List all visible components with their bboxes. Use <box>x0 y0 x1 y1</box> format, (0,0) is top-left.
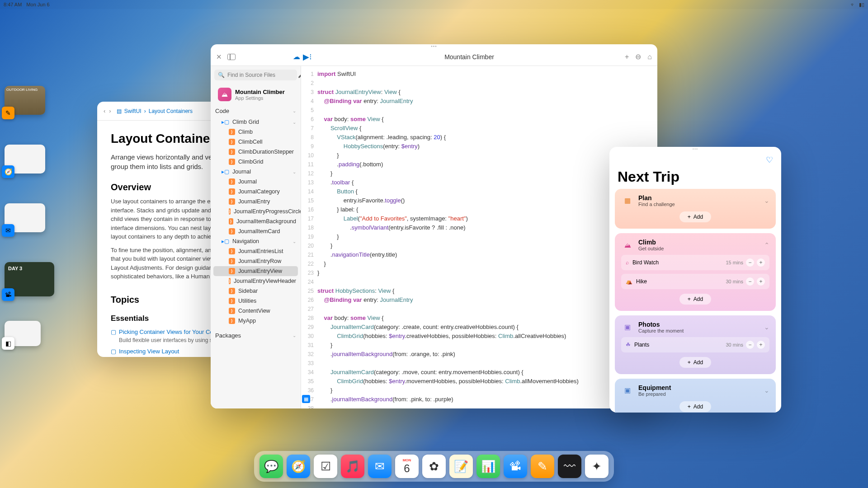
card-equipment: ▣ Equipment Be prepared ⌄ +Add <box>615 379 776 413</box>
battery-icon[interactable]: ▮▯ <box>859 2 864 8</box>
increment-button[interactable]: + <box>757 277 765 286</box>
tree-folder-climbgrid[interactable]: ▸▢Climb Grid⌄ <box>211 117 301 127</box>
increment-button[interactable]: + <box>757 341 765 349</box>
tree-file[interactable]: ⟩JournalItemBackground <box>211 216 301 226</box>
decrement-button[interactable]: − <box>746 258 754 267</box>
card-title: Photos <box>638 321 684 328</box>
dock-icon-safari[interactable]: 🧭 <box>287 455 310 478</box>
tree-file[interactable]: ⟩ContentView <box>211 306 301 316</box>
dock-icon-music[interactable]: 🎵 <box>341 455 364 478</box>
dock-icon-procreate[interactable]: 〰 <box>558 455 581 478</box>
tree-folder-journal[interactable]: ▸▢Journal⌄ <box>211 167 301 177</box>
heart-icon[interactable]: ♡ <box>766 155 773 165</box>
stage-stack-1[interactable]: OUTDOOR LIVING ✎ <box>5 86 45 115</box>
dock-icon-keynote[interactable]: 📽 <box>504 455 527 478</box>
file-navigator: 🔍 🎤 ⛰ Mountain Climber App Settings Code… <box>211 66 301 408</box>
calendar-icon: ▦ <box>621 194 634 207</box>
card-subtitle: Capture the moment <box>638 328 684 333</box>
wifi-icon[interactable]: ᯤ <box>850 2 855 7</box>
swift-icon: ⟩ <box>229 258 235 264</box>
hike-icon: ⛺ <box>626 278 632 285</box>
minimize-button[interactable]: ⊖ <box>635 52 641 61</box>
plus-icon: + <box>688 296 691 302</box>
keynote-icon: 📽 <box>2 288 14 301</box>
tree-file[interactable]: ⟩JournalItemCard <box>211 226 301 236</box>
tree-folder-navigation[interactable]: ▸▢Navigation⌄ <box>211 236 301 246</box>
tree-file[interactable]: ⟩JournalEntryRow <box>211 256 301 266</box>
pages-icon: ✎ <box>2 107 14 119</box>
back-button[interactable]: ‹ <box>104 108 105 114</box>
stage-stack-3[interactable]: ✉ <box>5 203 45 232</box>
library-button[interactable]: ⌂ <box>647 53 652 61</box>
tree-file[interactable]: ⟩MyApp <box>211 316 301 326</box>
card-plan: ▦ Plan Find a challenge ⌄ +Add <box>615 189 776 229</box>
dock-icon-numbers[interactable]: 📊 <box>476 455 500 478</box>
search-field[interactable]: 🔍 🎤 <box>214 70 297 80</box>
add-button[interactable]: +Add <box>679 357 711 368</box>
tree-file[interactable]: ⟩Sidebar <box>211 286 301 296</box>
dock-icon-calendar[interactable]: MON6 <box>395 455 419 478</box>
swift-icon: ⟩ <box>229 268 235 274</box>
dock-icon-messages[interactable]: 💬 <box>259 455 283 478</box>
tree-file[interactable]: ⟩ClimbCell <box>211 137 301 147</box>
code-editor[interactable]: 1234567891011121314151617181920212223242… <box>301 66 657 408</box>
tree-section-code[interactable]: Code⌄ <box>211 105 301 117</box>
tree-file[interactable]: ⟩JournalEntriesList <box>211 246 301 256</box>
decrement-button[interactable]: − <box>746 277 754 286</box>
run-button[interactable]: ▶⁝ <box>303 52 312 62</box>
tree-file[interactable]: ⟩Journal <box>211 177 301 187</box>
stage-stack-5[interactable]: ◧ <box>5 321 41 346</box>
card-title: Equipment <box>638 384 671 391</box>
sidebar-toggle-icon[interactable] <box>227 54 236 60</box>
breadcrumb-item[interactable]: Layout Containers <box>149 108 193 114</box>
dock-icon-reminders[interactable]: ☑ <box>314 455 337 478</box>
tree-section-packages[interactable]: Packages⌄ <box>211 329 301 342</box>
chevron-down-icon[interactable]: ⌄ <box>764 197 769 204</box>
tree-file[interactable]: ⟩Climb <box>211 127 301 137</box>
chevron-down-icon: ⌄ <box>292 169 296 174</box>
stage-stack-2[interactable]: 🧭 <box>5 145 45 174</box>
card-climb: ⛰ Climb Get outside ⌄ ⌕Bird Watch 15 min… <box>615 233 776 311</box>
tree-file[interactable]: ⟩Utilities <box>211 296 301 306</box>
project-sub: App Settings <box>235 95 285 101</box>
add-button[interactable]: + <box>625 53 629 61</box>
close-button[interactable]: ✕ <box>216 53 222 61</box>
forward-button[interactable]: › <box>109 108 111 114</box>
preview-marker[interactable]: ▦ <box>302 395 310 403</box>
app-icon: ◧ <box>2 337 14 350</box>
tree-file[interactable]: ⟩JournalEntryProgressCircle <box>211 206 301 216</box>
cloud-icon[interactable]: ☁︎ <box>293 52 300 61</box>
dock-icon-playgrounds[interactable]: ✦ <box>585 455 609 478</box>
dock-icon-mail[interactable]: ✉ <box>368 455 392 478</box>
code-content[interactable]: import SwiftUI struct JournalEntryView: … <box>317 66 579 408</box>
tree-file[interactable]: ⟩JournalEntryViewHeader <box>211 276 301 286</box>
stage-stack-4[interactable]: DAY 3 📽 <box>5 262 54 296</box>
chevron-up-icon[interactable]: ⌄ <box>764 241 769 249</box>
dock-icon-photos[interactable]: ✿ <box>422 455 446 478</box>
tree-file-selected[interactable]: ⟩JournalEntryView <box>213 266 298 276</box>
line-gutter: 1234567891011121314151617181920212223242… <box>301 66 317 408</box>
dock-icon-pages[interactable]: ✎ <box>531 455 554 478</box>
tree-file[interactable]: ⟩ClimbDurationStepper <box>211 147 301 157</box>
dock-icon-notes[interactable]: 📝 <box>449 455 473 478</box>
decrement-button[interactable]: − <box>746 341 754 349</box>
card-subtitle: Find a challenge <box>638 202 675 207</box>
increment-button[interactable]: + <box>757 258 765 267</box>
search-input[interactable] <box>227 72 295 78</box>
window-drag-handle[interactable]: ••• <box>609 147 781 151</box>
add-button[interactable]: +Add <box>679 211 711 222</box>
mic-icon[interactable]: 🎤 <box>298 72 301 78</box>
add-button[interactable]: +Add <box>679 294 711 305</box>
tree-file[interactable]: ⟩JournalEntry <box>211 197 301 206</box>
chevron-down-icon[interactable]: ⌄ <box>764 387 769 394</box>
breadcrumb-item[interactable]: SwiftUI <box>124 108 142 114</box>
card-subtitle: Get outside <box>638 246 664 251</box>
tree-file[interactable]: ⟩JournalCategory <box>211 187 301 197</box>
project-name: Mountain Climber <box>235 89 285 95</box>
chevron-down-icon: ⌄ <box>292 108 296 113</box>
add-button[interactable]: +Add <box>679 401 711 412</box>
tree-file[interactable]: ⟩ClimbGrid <box>211 157 301 167</box>
window-drag-handle[interactable]: ••• <box>211 44 657 48</box>
chevron-down-icon[interactable]: ⌄ <box>764 324 769 331</box>
project-header[interactable]: ⛰ Mountain Climber App Settings <box>213 85 298 104</box>
